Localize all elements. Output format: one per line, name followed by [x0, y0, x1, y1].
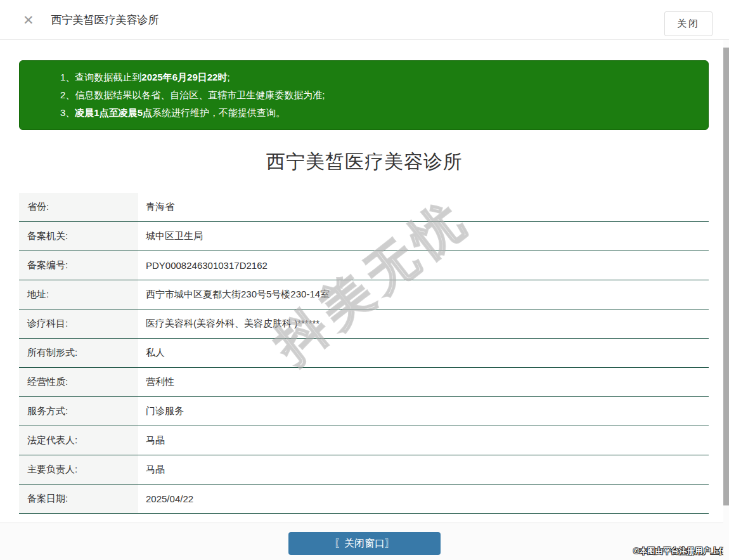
row-label: 服务方式: [19, 397, 138, 426]
row-value: 医疗美容科(美容外科、美容皮肤科 )****** [138, 309, 709, 338]
row-value: 2025/04/22 [138, 485, 709, 513]
row-label: 备案日期: [19, 485, 138, 513]
notice-item: 2、信息数据结果以各省、自治区、直辖市卫生健康委数据为准; [60, 86, 695, 104]
row-label: 法定代表人: [19, 426, 138, 455]
row-label: 备案编号: [19, 251, 138, 280]
close-window-button[interactable]: 〖关闭窗口〗 [288, 532, 441, 555]
row-label: 诊疗科目: [19, 309, 138, 338]
notice-item: 3、凌晨1点至凌晨5点系统进行维护，不能提供查询。 [60, 104, 695, 122]
table-row: 诊疗科目:医疗美容科(美容外科、美容皮肤科 )****** [19, 309, 709, 339]
row-value: 私人 [138, 339, 709, 367]
close-icon[interactable]: ✕ [23, 13, 34, 27]
row-label: 备案机关: [19, 222, 138, 251]
row-value: 马晶 [138, 455, 709, 484]
window-title: 西宁美皙医疗美容诊所 [51, 13, 159, 27]
table-row: 服务方式:门诊服务 [19, 397, 709, 426]
row-value: 马晶 [138, 426, 709, 455]
row-value: 城中区卫生局 [138, 222, 709, 251]
scrollbar-thumb[interactable] [723, 48, 729, 505]
main-content: 1、查询数据截止到2025年6月29日22时;2、信息数据结果以各省、自治区、直… [0, 60, 729, 514]
table-row: 地址:西宁市城中区夏都大街230号5号楼230-14室 [19, 280, 709, 309]
notice-banner: 1、查询数据截止到2025年6月29日22时;2、信息数据结果以各省、自治区、直… [19, 60, 709, 130]
row-value: 青海省 [138, 193, 709, 221]
close-button[interactable]: 关闭 [664, 11, 713, 36]
table-row: 备案日期:2025/04/22 [19, 485, 709, 514]
copyright-overlay: ©本图由平台注册用户上传 [633, 546, 726, 557]
row-value: 门诊服务 [138, 397, 709, 426]
table-row: 法定代表人:马晶 [19, 426, 709, 455]
table-row: 经营性质:营利性 [19, 368, 709, 397]
row-label: 主要负责人: [19, 455, 138, 484]
table-row: 备案编号:PDY00082463010317D2162 [19, 251, 709, 280]
row-value: 西宁市城中区夏都大街230号5号楼230-14室 [138, 280, 709, 309]
table-row: 主要负责人:马晶 [19, 455, 709, 485]
table-row: 所有制形式:私人 [19, 339, 709, 368]
window-header: ✕ 西宁美皙医疗美容诊所 关闭 [0, 0, 729, 40]
row-label: 地址: [19, 280, 138, 309]
row-value: PDY00082463010317D2162 [138, 251, 709, 280]
row-label: 经营性质: [19, 368, 138, 396]
row-value: 营利性 [138, 368, 709, 396]
notice-item: 1、查询数据截止到2025年6月29日22时; [60, 68, 695, 86]
footer-bar: 〖关闭窗口〗 [0, 523, 729, 560]
info-table: 省份:青海省备案机关:城中区卫生局备案编号:PDY00082463010317D… [19, 193, 709, 514]
table-row: 省份:青海省 [19, 193, 709, 222]
page-title: 西宁美皙医疗美容诊所 [0, 148, 729, 176]
row-label: 所有制形式: [19, 339, 138, 367]
table-row: 备案机关:城中区卫生局 [19, 222, 709, 251]
notice-list: 1、查询数据截止到2025年6月29日22时;2、信息数据结果以各省、自治区、直… [60, 68, 695, 122]
row-label: 省份: [19, 193, 138, 221]
scrollbar-track[interactable] [723, 40, 729, 560]
